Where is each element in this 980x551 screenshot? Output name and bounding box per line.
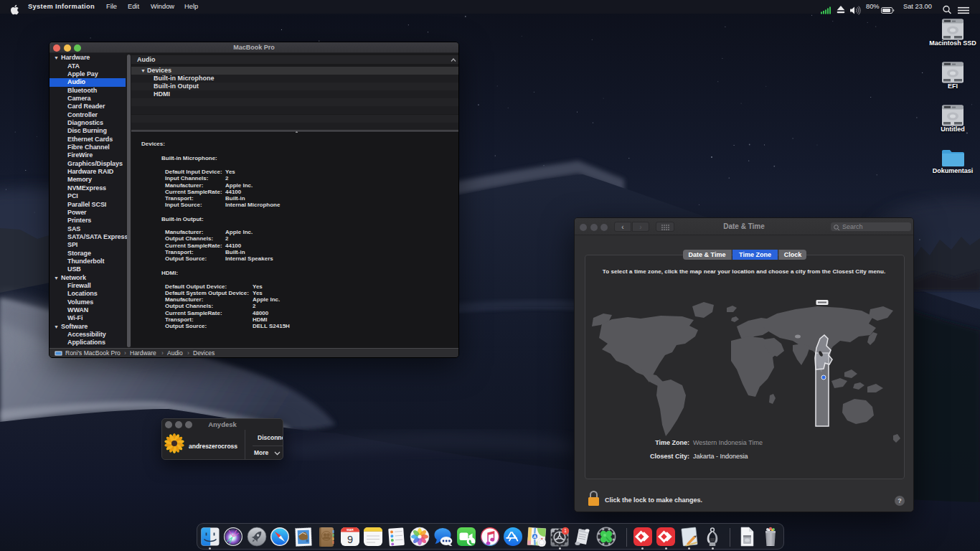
svg-text:9: 9	[347, 534, 352, 545]
svg-text:A: A	[532, 534, 536, 539]
svg-text:MAR: MAR	[347, 528, 354, 532]
svg-text:1: 1	[564, 528, 567, 533]
